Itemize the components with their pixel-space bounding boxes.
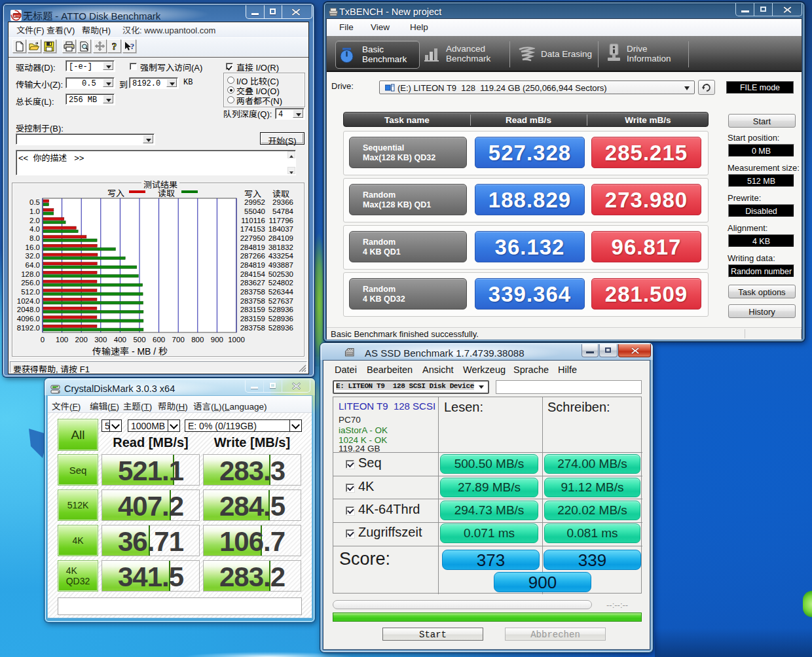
svg-text:227950: 227950 (240, 234, 265, 242)
svg-text:2048.0: 2048.0 (17, 306, 40, 313)
svg-text:284819: 284819 (240, 243, 265, 251)
svg-text:1.0: 1.0 (29, 207, 40, 215)
svg-text:110116: 110116 (241, 217, 265, 224)
svg-text:0.5: 0.5 (29, 198, 40, 206)
svg-text:2.0: 2.0 (29, 217, 40, 224)
svg-text:32.0: 32.0 (26, 252, 40, 260)
svg-text:174153: 174153 (240, 225, 265, 233)
svg-text:?: ? (130, 41, 134, 51)
svg-text:117796: 117796 (268, 217, 293, 224)
svg-text:4.0: 4.0 (29, 225, 40, 233)
svg-text:283627: 283627 (240, 279, 265, 287)
svg-text:502530: 502530 (268, 270, 293, 278)
svg-text:283758: 283758 (240, 297, 265, 305)
svg-text:500: 500 (133, 336, 145, 344)
svg-text:0: 0 (41, 336, 45, 344)
svg-text:287266: 287266 (240, 252, 265, 260)
svg-text:1000: 1000 (228, 336, 245, 344)
svg-text:283758: 283758 (240, 288, 265, 296)
svg-text:433254: 433254 (268, 252, 294, 260)
svg-text:4096.0: 4096.0 (17, 315, 40, 323)
svg-text:381832: 381832 (268, 243, 293, 251)
svg-text:100: 100 (56, 336, 68, 344)
svg-text:283159: 283159 (240, 315, 265, 323)
svg-text:?: ? (112, 41, 117, 52)
svg-text:54784: 54784 (272, 207, 294, 215)
svg-text:600: 600 (153, 336, 165, 344)
svg-text:526344: 526344 (268, 288, 294, 296)
svg-text:283159: 283159 (240, 306, 265, 313)
svg-text:300: 300 (94, 336, 107, 344)
svg-text:524802: 524802 (268, 279, 293, 287)
svg-text:512.0: 512.0 (21, 288, 40, 296)
svg-text:528936: 528936 (268, 306, 293, 313)
svg-text:16.0: 16.0 (26, 243, 40, 251)
svg-text:493887: 493887 (268, 261, 293, 269)
svg-text:55040: 55040 (244, 207, 265, 215)
svg-text:128.0: 128.0 (21, 270, 40, 278)
svg-text:29952: 29952 (244, 198, 265, 206)
svg-text:527637: 527637 (268, 297, 293, 305)
svg-text:528936: 528936 (268, 324, 293, 332)
svg-text:400: 400 (114, 336, 126, 344)
svg-text:528936: 528936 (268, 315, 293, 323)
svg-text:64.0: 64.0 (26, 261, 40, 269)
svg-text:29366: 29366 (272, 198, 293, 206)
svg-text:900: 900 (211, 336, 223, 344)
svg-text:284109: 284109 (268, 234, 293, 242)
svg-text:283758: 283758 (240, 324, 265, 332)
svg-text:ATTO: ATTO (14, 14, 20, 18)
svg-text:1024.0: 1024.0 (17, 297, 40, 305)
svg-text:200: 200 (75, 336, 88, 344)
svg-text:284154: 284154 (240, 270, 266, 278)
svg-text:8192.0: 8192.0 (17, 324, 40, 332)
svg-text:700: 700 (172, 336, 185, 344)
svg-text:256.0: 256.0 (21, 279, 40, 287)
svg-text:8.0: 8.0 (29, 234, 40, 242)
svg-text:284819: 284819 (240, 261, 265, 269)
svg-text:184037: 184037 (268, 225, 293, 233)
svg-text:800: 800 (191, 336, 204, 344)
